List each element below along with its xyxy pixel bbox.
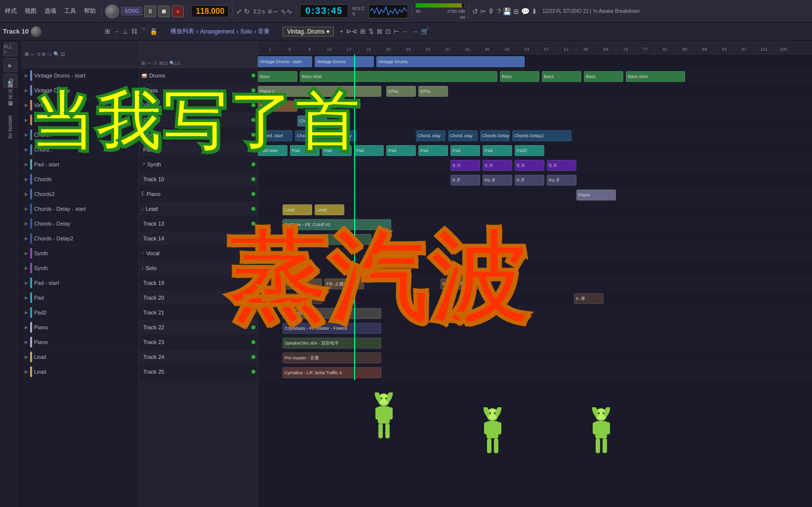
clip-r0-2[interactable]: Vintage Drums <box>376 56 525 67</box>
arr-row-13[interactable] <box>258 247 812 262</box>
clip-r11-0[interactable]: PoiZone - Flt: Cutoff #2 <box>283 219 391 230</box>
channel-rack-icon[interactable]: ⊞ <box>360 28 365 35</box>
arr-row-19[interactable]: SpeakerSim x64 - 混音电平 <box>258 336 812 351</box>
breadcrumb-arrangement[interactable]: Arrangement <box>200 28 234 35</box>
arr-row-1[interactable]: BassBass slowBassBassBassBass slow <box>258 69 812 84</box>
arr-row-21[interactable]: Cymatics - LIF..lanta Traffic 4 <box>258 365 812 380</box>
track-list-item-13[interactable]: ▶ Synth <box>21 261 139 275</box>
plugin-icon[interactable]: ⊢ <box>394 28 399 35</box>
menu-tools[interactable]: 工具 <box>62 6 78 16</box>
arr-row-9[interactable]: Piano <box>258 188 812 202</box>
breadcrumb-volume[interactable]: 音量 <box>258 27 270 36</box>
clip-r0-0[interactable]: Vintage Drums - start <box>258 56 312 67</box>
arrangement-view[interactable]: 1591317212529333741454953576165697377818… <box>258 40 812 507</box>
instrument-selector[interactable]: Vintag..Drums ▾ <box>283 27 333 37</box>
loop-icon[interactable]: ↻ <box>244 7 250 15</box>
chat-icon[interactable]: 💬 <box>521 7 529 15</box>
track-list-item-14[interactable]: ▶ Pad - start <box>21 275 139 290</box>
mixer-icon[interactable]: ≡↔ <box>268 7 279 15</box>
track-mute-dot-3[interactable] <box>251 118 255 122</box>
track-mute-dot-1[interactable] <box>251 88 255 92</box>
track-mute-dot-12[interactable] <box>251 251 255 255</box>
track-mute-dot-19[interactable] <box>251 355 255 359</box>
clip-r6-0[interactable]: Pad-start <box>258 145 287 156</box>
sidebar-speaker-icon[interactable]: 🔊 <box>3 74 17 88</box>
clip-r9-0[interactable]: Piano <box>576 190 616 200</box>
track-row-1[interactable]: ♩ Bass <box>139 83 257 98</box>
clip-r8-1[interactable]: Po..ff <box>483 175 512 186</box>
link-icon[interactable]: ⛓ <box>131 28 137 35</box>
song-button[interactable]: SONG <box>121 7 142 15</box>
track-mute-dot-11[interactable] <box>251 236 255 240</box>
track-row-0[interactable]: 🥁 Drums <box>139 68 257 83</box>
arr-row-15[interactable]: Filt..频率Filt..止频率Filt..止频率 <box>258 276 812 291</box>
track-row-13[interactable]: ♩ Solo <box>139 261 257 275</box>
pin-icon[interactable]: ⊥ <box>122 28 128 35</box>
clip-r6-1[interactable]: Pad <box>290 145 320 156</box>
track-list-item-10[interactable]: ▶ Chords - Delay <box>21 216 139 231</box>
clip-r8-2[interactable]: P..ff <box>515 175 544 186</box>
track-mute-dot-8[interactable] <box>251 192 255 196</box>
volume-knob[interactable] <box>31 26 41 37</box>
clip-r20-0[interactable]: Pre master - 音量 <box>283 352 381 363</box>
sidebar-play-icon[interactable]: ▶ <box>3 58 17 72</box>
arr-row-11[interactable]: PoiZone - Flt: Cutoff #2 <box>258 217 812 232</box>
wave2-icon[interactable]: ⌒ <box>140 27 147 36</box>
sample-icon[interactable]: ⊡ <box>385 28 391 35</box>
clip-r7-0[interactable]: S..h <box>450 160 480 171</box>
track-mute-dot-17[interactable] <box>251 325 255 329</box>
arr-row-14[interactable]: So.. <box>258 262 812 276</box>
record-button[interactable]: ● <box>172 5 184 17</box>
clip-r15-1[interactable]: Filt..止频率 <box>325 278 364 289</box>
arr-row-3[interactable]: Elan..start <box>258 99 812 114</box>
track-list-item-5[interactable]: ▶ Chord.. <box>21 142 139 157</box>
arr-row-16[interactable]: Filt..频率F..率 <box>258 291 812 306</box>
snap-icon[interactable]: ⤢ <box>236 7 242 15</box>
settings-icon[interactable]: ✂ <box>480 7 486 15</box>
clip-r6-2[interactable]: Pad <box>322 145 352 156</box>
track-row-10[interactable]: Track 13 <box>139 216 257 231</box>
clip-r0-1[interactable]: Vintage Drums <box>315 56 374 67</box>
arr-row-7[interactable]: S..hS..hS..hS..h <box>258 158 812 173</box>
arrow-left-icon[interactable]: ← <box>402 28 408 35</box>
clip-r6-7[interactable]: Pad <box>483 145 512 156</box>
save-icon[interactable]: 💾 <box>503 7 511 15</box>
track-row-6[interactable]: ↗ Synth <box>139 157 257 172</box>
metronome-knob[interactable] <box>105 4 119 18</box>
arr-row-18[interactable]: Cryostasis - Pr..master - Freeze <box>258 321 812 336</box>
automation-icon[interactable]: ⇅ <box>368 28 374 35</box>
track-row-5[interactable]: Pad <box>139 142 257 157</box>
clip-r5-5[interactable]: Chords-Delay2 <box>480 130 510 141</box>
clip-r1-2[interactable]: Bass <box>500 71 539 82</box>
track-list-item-11[interactable]: ▶ Chords - Delay2 <box>21 231 139 246</box>
clip-r8-3[interactable]: Po..ff <box>547 175 576 186</box>
clip-r21-0[interactable]: Cymatics - LIF..lanta Traffic 4 <box>283 367 381 378</box>
arr-row-12[interactable]: Lead - 音量 <box>258 232 812 247</box>
menu-style[interactable]: 样式 <box>3 6 19 16</box>
stop-button[interactable]: ⏹ <box>158 5 170 17</box>
clip-r5-3[interactable]: Chord..elay <box>416 130 446 141</box>
arr-row-20[interactable]: Pre master - 音量 <box>258 351 812 365</box>
track-row-11[interactable]: Track 14 <box>139 231 257 246</box>
track-row-20[interactable]: Track 25 <box>139 364 257 379</box>
track-row-9[interactable]: ♩ Lead <box>139 201 257 216</box>
track-list-item-17[interactable]: ▶ Piano <box>21 320 139 335</box>
track-mute-dot-20[interactable] <box>251 370 255 374</box>
track-list-item-12[interactable]: ▶ Synth <box>21 246 139 261</box>
breadcrumb-solo[interactable]: Solo <box>240 28 252 35</box>
track-list-item-16[interactable]: ▶ Pad2 <box>21 305 139 320</box>
clip-r2-2[interactable]: EPia.. <box>418 86 448 97</box>
clip-r10-1[interactable]: Lead <box>315 204 344 215</box>
clip-r10-0[interactable]: Lead <box>283 204 312 215</box>
track-mute-dot-2[interactable] <box>251 103 255 107</box>
clip-r5-2[interactable]: Chord..elay <box>327 130 357 141</box>
track-row-7[interactable]: Track 10 <box>139 172 257 187</box>
clip-r19-0[interactable]: SpeakerSim x64 - 混音电平 <box>283 338 381 349</box>
track-mute-dot-10[interactable] <box>251 222 255 226</box>
arrow-right2-icon[interactable]: → <box>411 28 418 35</box>
track-list-item-19[interactable]: ▶ Lead <box>21 350 139 364</box>
clip-r4-0[interactable]: Ch.. <box>297 116 327 126</box>
mic-icon[interactable]: 🎙 <box>488 7 495 15</box>
track-row-12[interactable]: ○ Vocal <box>139 246 257 261</box>
track-row-4[interactable]: Chord.. <box>139 127 257 142</box>
